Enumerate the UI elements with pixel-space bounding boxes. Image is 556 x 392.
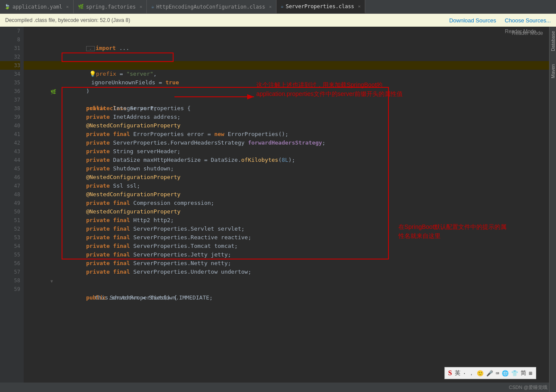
line-num-58: 58 [0,276,20,285]
annotation-1: 这个注解上述也讲到过，用来加载SpringBoot的application.pr… [256,80,403,99]
line-num-31: 31 [0,44,20,52]
tab-serverprops-label: ServerProperties.class [286,3,354,9]
line-num-49: 49 [0,199,20,207]
code-line-42: private String serverHeader; [24,139,549,147]
decompiled-info: Decompiled .class file, bytecode version… [5,17,130,23]
code-line-43: private DataSize maxHttpHeaderSize = Dat… [24,147,549,156]
sogou-mic: 🎤 [486,370,493,377]
line-num-42: 42 [0,139,20,147]
code-line-54: private final ServerProperties.Jetty jet… [24,242,549,250]
line-num-41: 41 [0,130,20,139]
line-num-34: 34 [0,70,20,78]
line-num-52: 52 [0,225,20,233]
info-bar-actions: Download Sources Choose Sources... [449,17,551,24]
line-num-33: 33 [0,61,20,70]
tab-factories-close[interactable]: ✕ [140,4,142,9]
httpenc-icon: ☕ [151,4,154,9]
tab-yaml-close[interactable]: ✕ [66,4,69,9]
code-line-32: @ConfigurationProperties( [24,52,549,61]
line-num-54: 54 [0,242,20,250]
imm-59: IMMEDIATE; [179,294,213,301]
tab-serverprops-close[interactable]: ✕ [358,4,360,9]
line-num-37: 37 [0,96,20,104]
line-num-44: 44 [0,156,20,164]
tab-yaml-label: application.yaml [12,4,62,10]
line-num-38: 38 [0,104,20,113]
editor-container: 7 8 31 32 33 34 35 36 37 38 39 40 41 42 … [0,27,556,392]
line-num-51: 51 [0,216,20,225]
line-num-55: 55 [0,250,20,259]
code-line-34: ignoreUnknownFields = true [24,70,549,78]
line-num-53: 53 [0,233,20,242]
line-num-36: 36 [0,87,20,96]
line-num-50: 50 [0,207,20,216]
tab-httpenc-close[interactable]: ✕ [269,4,272,9]
line-num-8: 8 [0,35,20,44]
line-num-40: 40 [0,121,20,130]
code-line-33: 💡prefix = "server", [24,61,549,70]
code-line-7 [24,27,549,35]
code-line-50: private final Http2 http2; [24,207,549,216]
sogou-text2: ， [469,369,474,377]
sogou-sep1: · [463,370,466,377]
s59: this. [95,294,112,301]
line-num-32: 32 [0,52,20,61]
serverprops-icon: ☕ [281,3,284,9]
code-line-46: private Ssl ssl; [24,173,549,182]
line-num-48: 48 [0,190,20,199]
code-area[interactable]: Reader Mode -import ... @ConfigurationPr… [24,27,549,392]
line-num-56: 56 [0,259,20,268]
line-num-39: 39 [0,113,20,121]
sogou-tshirt: 👕 [511,370,518,377]
code-line-38: private InetAddress address; [24,104,549,113]
reader-mode-label[interactable]: Reader Mode [512,30,543,36]
code-line-39: @NestedConfigurationProperty [24,113,549,121]
maven-tab[interactable]: Maven [550,64,556,78]
tab-serverprops[interactable]: ☕ ServerProperties.class ✕ [276,0,366,13]
info-bar: Decompiled .class file, bytecode version… [0,14,556,27]
sogou-logo: S [448,369,452,377]
line-num-57: 57 [0,268,20,276]
shutdown-59: shutdown = Shutdown. [112,294,179,301]
factories-icon: 🌿 [78,4,84,9]
yaml-icon: 🍃 [4,4,10,9]
choose-sources-link[interactable]: Choose Sources... [505,17,551,24]
code-line-41: private ServerProperties.ForwardHeadersS… [24,130,549,139]
line-num-7: 7 [0,27,20,35]
line-num-35: 35 [0,78,20,87]
collapse-58[interactable]: ▼ [50,277,53,286]
code-line-48: private final Compression compression; [24,190,549,199]
tab-yaml[interactable]: 🍃 application.yaml ✕ [0,0,74,13]
line-num-45: 45 [0,164,20,173]
code-line-44: private Shutdown shutdown; [24,156,549,164]
code-line-59: this.shutdown = Shutdown.IMMEDIATE; [24,285,549,293]
sogou-brief: 简 [521,369,526,377]
code-line-40: private final ErrorProperties error = ne… [24,121,549,130]
spring-bean-icon: 🌿 [50,88,56,96]
code-line-47: @NestedConfigurationProperty [24,182,549,190]
tab-factories-label: spring.factories [86,4,136,10]
code-line-8: -import ... [24,35,549,44]
sogou-emoji: 🙂 [477,370,484,377]
line-num-47: 47 [0,182,20,190]
tab-factories[interactable]: 🌿 spring.factories ✕ [74,0,147,13]
sogou-grid: ⊞ [529,370,532,377]
tab-httpenc-label: HttpEncodingAutoConfiguration.class [156,4,265,10]
code-line-31 [24,44,549,52]
sogou-text1: 英 [455,369,460,377]
sogou-keyboard: ⌨ [496,370,499,377]
bottom-bar: CSDN @爱睡觉哦 [0,383,556,392]
line-numbers: 7 8 31 32 33 34 35 36 37 38 39 40 41 42 … [0,27,24,392]
code-line-49: @NestedConfigurationProperty [24,199,549,207]
annotation-2: 在SpringBoot默认配置文件中的提示的属性名就来自这里 [398,222,506,241]
csdn-credit: CSDN @爱睡觉哦 [509,384,547,391]
line-num-59: 59 [0,285,20,293]
tab-bar: 🍃 application.yaml ✕ 🌿 spring.factories … [0,0,556,14]
database-tab[interactable]: Database [550,31,556,51]
line-num-43: 43 [0,147,20,156]
line-num-46: 46 [0,173,20,182]
code-line-58: ▼ public ServerProperties() { [24,276,549,285]
right-panel: Database Maven [549,27,556,392]
tab-httpenc[interactable]: ☕ HttpEncodingAutoConfiguration.class ✕ [147,0,276,13]
download-sources-link[interactable]: Download Sources [449,17,496,24]
